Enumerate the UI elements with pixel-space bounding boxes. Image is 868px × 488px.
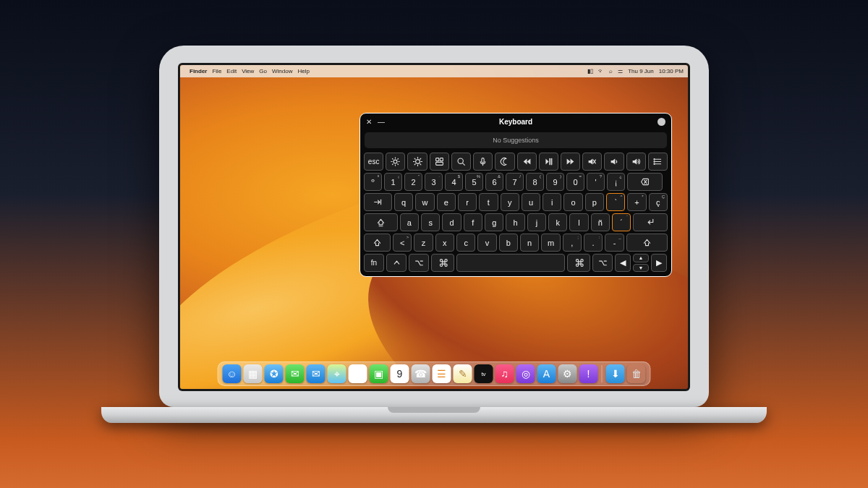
key-cmd-l[interactable] xyxy=(431,254,454,272)
key-3[interactable]: 3· xyxy=(425,173,443,191)
key-space[interactable] xyxy=(456,254,565,272)
key-e[interactable]: e xyxy=(437,193,456,211)
key-y[interactable]: y xyxy=(501,193,519,211)
key-opt-l[interactable] xyxy=(409,254,429,272)
key-s[interactable]: s xyxy=(421,213,440,231)
key-comma[interactable]: ,; xyxy=(563,234,582,252)
key-2[interactable]: 2" xyxy=(404,173,422,191)
key-dead-acute[interactable]: ´¨ xyxy=(612,213,631,231)
key-dnd[interactable] xyxy=(495,153,514,171)
app-name[interactable]: Finder xyxy=(190,68,207,74)
window-titlebar[interactable]: ✕ — Keyboard xyxy=(360,114,671,129)
key-spotlight[interactable] xyxy=(451,153,471,171)
key-g[interactable]: g xyxy=(485,213,503,231)
key-n[interactable]: n xyxy=(520,234,539,252)
key-list[interactable] xyxy=(648,153,668,171)
key-w[interactable]: w xyxy=(415,193,434,211)
dock-reminders[interactable]: ☰ xyxy=(433,364,451,383)
key-shift-l[interactable] xyxy=(364,234,391,252)
key-z[interactable]: z xyxy=(414,234,433,252)
key-minus[interactable]: -_ xyxy=(605,234,624,252)
dock-facetime[interactable]: ▣ xyxy=(370,364,388,383)
key-k[interactable]: k xyxy=(548,213,567,231)
key-bright-up[interactable] xyxy=(407,153,427,171)
key-6[interactable]: 6& xyxy=(485,173,503,191)
key-x[interactable]: x xyxy=(435,234,454,252)
dock-music[interactable]: ♫ xyxy=(495,364,514,383)
key-fn[interactable]: fn xyxy=(364,254,384,272)
key-q[interactable]: q xyxy=(394,193,413,211)
key-arrow-left[interactable]: ◀ xyxy=(615,254,631,272)
key-h[interactable]: h xyxy=(506,213,524,231)
key-7[interactable]: 7/ xyxy=(506,173,524,191)
key-forward[interactable] xyxy=(561,153,580,171)
menubar-date[interactable]: Thu 9 Jun xyxy=(628,68,654,74)
control-center-icon[interactable]: ⚌ xyxy=(618,68,623,74)
dock-notes[interactable]: ✎ xyxy=(454,364,472,383)
spotlight-icon[interactable]: ⌕ xyxy=(609,68,613,74)
key-shift-r[interactable] xyxy=(626,234,668,252)
key-b[interactable]: b xyxy=(499,234,518,252)
key-t[interactable]: t xyxy=(479,193,498,211)
key-tab[interactable] xyxy=(364,193,392,211)
dock-appstore[interactable]: A xyxy=(537,364,556,383)
key-vol-up[interactable] xyxy=(626,153,646,171)
key-ctrl[interactable] xyxy=(386,254,407,272)
key-arrow-right[interactable]: ▶ xyxy=(651,254,667,272)
menu-edit[interactable]: Edit xyxy=(226,68,237,74)
key-bright-down[interactable] xyxy=(386,153,405,171)
key-dictation[interactable] xyxy=(473,153,493,171)
key-inverted-excl[interactable]: ¡¿ xyxy=(607,173,625,191)
dock-downloads[interactable]: ⬇ xyxy=(606,364,625,383)
key-5[interactable]: 5% xyxy=(465,173,483,191)
key-arrow-up[interactable]: ▲ xyxy=(633,254,649,262)
key-period[interactable]: .: xyxy=(584,234,603,252)
key-u[interactable]: u xyxy=(522,193,540,211)
key-cmd-r[interactable] xyxy=(567,254,590,272)
key-p[interactable]: p xyxy=(585,193,604,211)
key-arrow-down[interactable]: ▼ xyxy=(633,264,649,273)
key-return[interactable] xyxy=(633,213,668,231)
menu-file[interactable]: File xyxy=(212,68,221,74)
key-playpause[interactable] xyxy=(539,153,558,171)
key-j[interactable]: j xyxy=(527,213,546,231)
dock-settings[interactable]: ⚙ xyxy=(558,364,577,383)
menu-help[interactable]: Help xyxy=(297,68,309,74)
key-0[interactable]: 0= xyxy=(566,173,584,191)
key-ntilde[interactable]: ñ xyxy=(591,213,610,231)
key-a[interactable]: a xyxy=(400,213,419,231)
key-grave[interactable]: ºª xyxy=(364,173,382,191)
key-i[interactable]: i xyxy=(542,193,561,211)
menu-view[interactable]: View xyxy=(242,68,254,74)
dock-tv[interactable]: tv xyxy=(475,364,493,383)
wifi-icon[interactable]: ᯤ xyxy=(598,68,604,74)
menubar-time[interactable]: 10:30 PM xyxy=(659,68,684,74)
dock-podcasts[interactable]: ◎ xyxy=(516,364,535,383)
key-o[interactable]: o xyxy=(563,193,582,211)
key-caps[interactable] xyxy=(364,213,398,231)
key-rewind[interactable] xyxy=(517,153,537,171)
key-1[interactable]: 1¡ xyxy=(384,173,402,191)
key-r[interactable]: r xyxy=(458,193,477,211)
key-ccedilla[interactable]: çÇ xyxy=(649,193,668,211)
dock-calendar[interactable]: 9 xyxy=(391,364,409,383)
key-opt-r[interactable] xyxy=(592,254,613,272)
dock-safari[interactable]: ✪ xyxy=(265,364,284,383)
key-m[interactable]: m xyxy=(541,234,560,252)
menu-go[interactable]: Go xyxy=(259,68,267,74)
dock-mail[interactable]: ✉ xyxy=(307,364,326,383)
dock-launchpad[interactable]: ▦ xyxy=(244,364,263,383)
menu-window[interactable]: Window xyxy=(272,68,292,74)
key-4[interactable]: 4$ xyxy=(445,173,463,191)
key-esc[interactable]: esc xyxy=(364,153,383,171)
dock-trash[interactable]: 🗑 xyxy=(627,364,646,383)
key-lt[interactable]: <> xyxy=(393,234,412,252)
key-apostrophe[interactable]: '? xyxy=(587,173,605,191)
key-vol-down[interactable] xyxy=(604,153,624,171)
key-c[interactable]: c xyxy=(456,234,475,252)
battery-icon[interactable]: ▮▯ xyxy=(587,68,593,74)
key-f[interactable]: f xyxy=(464,213,482,231)
key-l[interactable]: l xyxy=(569,213,588,231)
dock-finder[interactable]: ☺ xyxy=(223,364,242,383)
key-mission-control[interactable] xyxy=(430,153,449,171)
